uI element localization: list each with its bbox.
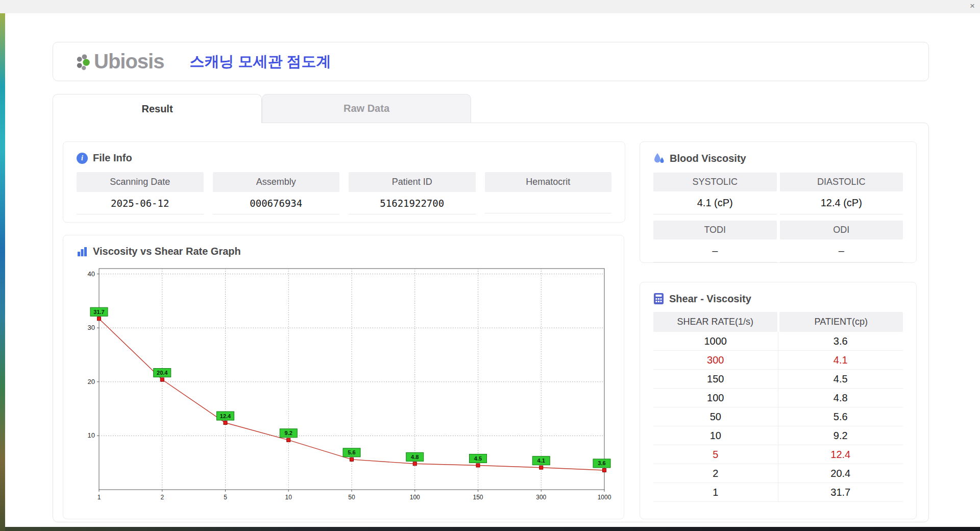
rate-cell: 300 [653, 351, 778, 369]
shear-viscosity-section: Shear - Viscosity SHEAR RATE(1/s) PATIEN… [640, 282, 917, 519]
table-row: 10 9.2 [653, 426, 903, 445]
rate-cell: 2 [653, 464, 778, 482]
patient-cell: 4.5 [778, 370, 903, 388]
systolic-value: 4.1 (cP) [653, 191, 777, 214]
diastolic-label: DIASTOLIC [780, 173, 903, 191]
shear-viscosity-heading: Shear - Viscosity [653, 293, 903, 305]
graph-heading: Viscosity vs Shear Rate Graph [77, 246, 610, 257]
patient-cell: 31.7 [778, 483, 903, 501]
table-row: 1 31.7 [653, 483, 903, 502]
chart-container: 102030401251050100150300100031.720.412.4… [77, 262, 610, 509]
table-row: 300 4.1 [653, 351, 903, 370]
graph-title: Viscosity vs Shear Rate Graph [93, 246, 241, 257]
app-title: 스캐닝 모세관 점도계 [189, 52, 331, 72]
blood-viscosity-heading: Blood Viscosity [653, 152, 903, 164]
svg-text:50: 50 [348, 494, 355, 501]
patient-cell: 4.1 [778, 351, 903, 369]
odi-value: – [780, 239, 903, 262]
field-label: Patient ID [349, 172, 476, 192]
table-row: 100 4.8 [653, 389, 903, 407]
diastolic-value: 12.4 (cP) [780, 191, 903, 214]
patient-cell: 9.2 [778, 426, 903, 445]
svg-text:12.4: 12.4 [220, 413, 231, 419]
field-patient-id: Patient ID 51621922700 [349, 172, 476, 214]
file-info-section: i File Info Scanning Date 2025-06-12 Ass… [63, 141, 625, 223]
svg-text:2: 2 [160, 494, 164, 501]
patient-cell: 5.6 [778, 407, 903, 426]
svg-text:5.6: 5.6 [348, 449, 355, 455]
field-hematocrit: Hematocrit [485, 172, 612, 214]
table-header: SHEAR RATE(1/s) PATIENT(cp) [653, 312, 903, 332]
svg-text:3.6: 3.6 [598, 460, 605, 466]
svg-text:10: 10 [88, 431, 95, 439]
tab-raw-data[interactable]: Raw Data [262, 94, 471, 123]
droplet-icon [653, 152, 665, 164]
field-value: 51621922700 [349, 192, 476, 214]
app-window: Ubiosis 스캐닝 모세관 점도계 Result Raw Data i Fi… [5, 13, 980, 527]
bar-chart-icon [77, 246, 88, 257]
rate-cell: 50 [653, 407, 778, 426]
logo-dots-icon [76, 53, 91, 70]
svg-text:30: 30 [88, 324, 95, 331]
patient-cell: 20.4 [778, 464, 903, 482]
table-row: 1000 3.6 [653, 332, 903, 351]
file-info-title: File Info [93, 152, 132, 164]
tab-bar: Result Raw Data [53, 94, 471, 123]
window-titlebar: × [0, 0, 980, 13]
file-info-grid: Scanning Date 2025-06-12 Assembly 000676… [77, 172, 611, 214]
calculator-icon [653, 293, 664, 305]
odi-label: ODI [780, 221, 903, 239]
col-patient: PATIENT(cp) [779, 312, 903, 332]
todi-label: TODI [653, 221, 777, 239]
svg-text:1: 1 [97, 494, 101, 501]
svg-text:300: 300 [536, 494, 546, 501]
patient-cell: 3.6 [778, 332, 903, 350]
logo-text: Ubiosis [94, 50, 164, 73]
todi-value: – [653, 239, 777, 262]
svg-text:4.1: 4.1 [537, 457, 545, 464]
rate-cell: 5 [653, 445, 778, 464]
field-label: Scanning Date [77, 172, 204, 192]
blood-viscosity-section: Blood Viscosity SYSTOLIC DIASTOLIC 4.1 (… [640, 141, 917, 263]
patient-cell: 12.4 [778, 445, 903, 464]
svg-text:4.5: 4.5 [474, 455, 482, 462]
shear-viscosity-table: SHEAR RATE(1/s) PATIENT(cp) 1000 3.6 300… [653, 312, 903, 502]
rate-cell: 100 [653, 389, 778, 407]
shear-viscosity-title: Shear - Viscosity [669, 293, 751, 305]
svg-text:1000: 1000 [598, 494, 611, 501]
table-row: 50 5.6 [653, 407, 903, 426]
desktop-background-strip-left [0, 13, 5, 531]
blood-viscosity-grid: SYSTOLIC DIASTOLIC 4.1 (cP) 12.4 (cP) TO… [653, 173, 903, 262]
tab-result[interactable]: Result [53, 94, 262, 123]
rate-cell: 1 [653, 483, 778, 501]
close-icon[interactable]: × [970, 2, 975, 10]
svg-text:4.8: 4.8 [411, 454, 419, 460]
viscosity-chart: 102030401251050100150300100031.720.412.4… [77, 262, 611, 506]
rate-cell: 1000 [653, 332, 778, 350]
app-logo: Ubiosis [76, 50, 164, 73]
col-shear-rate: SHEAR RATE(1/s) [653, 312, 777, 332]
systolic-label: SYSTOLIC [653, 173, 777, 191]
blood-viscosity-title: Blood Viscosity [670, 153, 746, 164]
app-header: Ubiosis 스캐닝 모세관 점도계 [53, 42, 929, 81]
patient-cell: 4.8 [778, 389, 903, 407]
svg-text:20.4: 20.4 [157, 370, 168, 376]
svg-text:5: 5 [224, 494, 227, 501]
file-info-heading: i File Info [77, 152, 611, 164]
graph-section: Viscosity vs Shear Rate Graph 1020304012… [63, 235, 624, 519]
rate-cell: 10 [653, 426, 778, 445]
svg-text:150: 150 [473, 494, 483, 501]
svg-text:9.2: 9.2 [285, 430, 292, 436]
svg-text:20: 20 [88, 378, 95, 385]
field-assembly: Assembly 000676934 [213, 172, 340, 214]
field-label: Assembly [213, 172, 340, 192]
field-scanning-date: Scanning Date 2025-06-12 [77, 172, 204, 214]
desktop-background-strip-bottom [5, 527, 980, 531]
table-row: 5 12.4 [653, 445, 903, 464]
table-row: 150 4.5 [653, 370, 903, 389]
rate-cell: 150 [653, 370, 778, 388]
svg-text:100: 100 [410, 494, 420, 501]
svg-text:40: 40 [88, 270, 95, 278]
table-row: 2 20.4 [653, 464, 903, 483]
field-value: 2025-06-12 [77, 192, 204, 214]
